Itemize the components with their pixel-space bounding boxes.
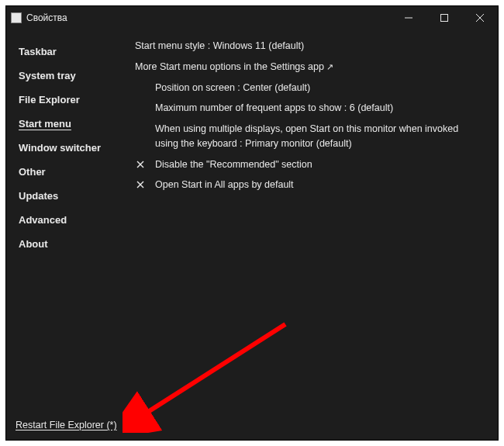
titlebar: Свойства	[6, 6, 498, 29]
link-more-start-options[interactable]: More Start menu options in the Settings …	[135, 60, 484, 74]
sidebar-item-about[interactable]: About	[16, 233, 51, 255]
maximize-icon	[440, 14, 448, 22]
properties-window: Свойства Taskbar System tray File Explor…	[5, 5, 499, 441]
x-icon	[135, 157, 155, 172]
setting-max-frequent-apps[interactable]: Maximum number of frequent apps to show …	[155, 102, 393, 113]
x-icon	[135, 178, 155, 192]
minimize-button[interactable]	[391, 6, 426, 29]
sidebar: Taskbar System tray File Explorer Start …	[6, 29, 130, 440]
minimize-icon	[405, 14, 413, 22]
toggle-disable-recommended[interactable]: Disable the "Recommended" section	[155, 157, 484, 172]
sidebar-item-updates[interactable]: Updates	[16, 185, 61, 207]
sidebar-item-taskbar[interactable]: Taskbar	[16, 40, 60, 63]
setting-multiple-displays[interactable]: When using multiple displays, open Start…	[155, 123, 458, 149]
close-icon	[476, 14, 484, 22]
app-icon	[11, 12, 22, 23]
setting-position-on-screen[interactable]: Position on screen : Center (default)	[155, 82, 310, 93]
sidebar-item-advanced[interactable]: Advanced	[16, 209, 70, 231]
sidebar-item-window-switcher[interactable]: Window switcher	[16, 137, 104, 159]
content-panel: Start menu style : Windows 11 (default) …	[130, 29, 498, 440]
toggle-open-all-apps[interactable]: Open Start in All apps by default	[155, 178, 484, 192]
sidebar-item-other[interactable]: Other	[16, 161, 49, 183]
window-controls	[391, 6, 498, 29]
maximize-button[interactable]	[426, 6, 462, 29]
close-button[interactable]	[462, 6, 498, 29]
setting-start-menu-style[interactable]: Start menu style : Windows 11 (default)	[135, 39, 484, 54]
window-title: Свойства	[26, 12, 67, 23]
sidebar-item-start-menu[interactable]: Start menu	[16, 112, 74, 135]
sidebar-item-system-tray[interactable]: System tray	[16, 64, 79, 87]
svg-rect-1	[441, 15, 448, 22]
restart-file-explorer-link[interactable]: Restart File Explorer (*)	[16, 420, 117, 430]
sidebar-item-file-explorer[interactable]: File Explorer	[16, 88, 83, 111]
